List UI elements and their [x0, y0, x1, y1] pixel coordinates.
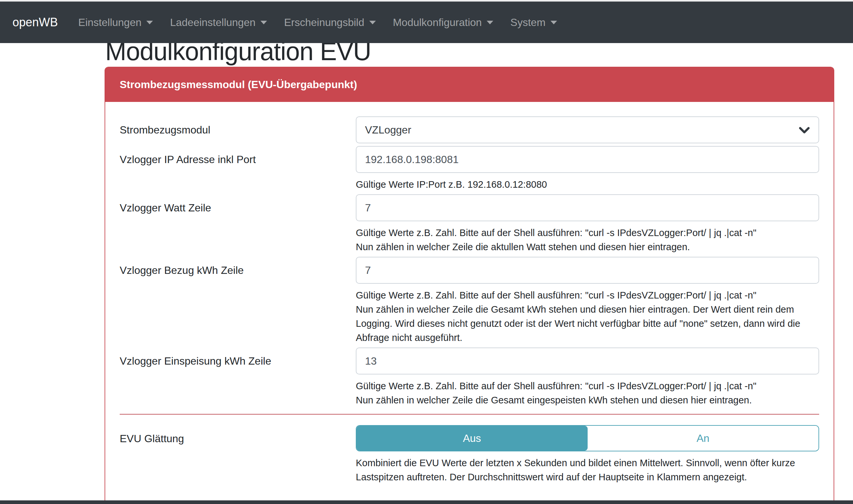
watt-zeile-input[interactable]	[356, 194, 819, 221]
row-watt-zeile: Vzlogger Watt Zeile Gültige Werte z.B. Z…	[120, 194, 819, 254]
chevron-down-icon	[487, 21, 493, 24]
card-header: Strombezugsmessmodul (EVU-Übergabepunkt)	[105, 67, 834, 102]
chevron-down-icon	[369, 21, 376, 24]
chevron-down-icon	[146, 21, 153, 24]
navbar: openWB Einstellungen Ladeeinstellungen E…	[0, 2, 853, 43]
field-label-einspeisung-kwh-zeile: Vzlogger Einspeisung kWh Zeile	[120, 347, 356, 375]
nav-item-label: Einstellungen	[78, 16, 141, 29]
evu-module-card: Strombezugsmessmodul (EVU-Übergabepunkt)…	[105, 67, 834, 504]
footer-bar	[0, 500, 853, 504]
bezug-kwh-zeile-input[interactable]	[356, 257, 819, 284]
nav-item-label: Erscheinungsbild	[284, 16, 365, 29]
nav-item-ladeeinstellungen[interactable]: Ladeeinstellungen	[170, 16, 267, 29]
help-text-evu-glaettung: Kombiniert die EVU Werte der letzten x S…	[356, 456, 819, 484]
evu-glaettung-toggle: Aus An	[356, 425, 819, 451]
row-evu-glaettung: EVU Glättung Aus An Kombiniert die EVU W…	[120, 425, 819, 484]
nav-item-label: Ladeeinstellungen	[170, 16, 255, 29]
card-header-title: Strombezugsmessmodul (EVU-Übergabepunkt)	[120, 78, 357, 91]
toggle-aus-button[interactable]: Aus	[356, 426, 588, 451]
help-text-watt: Gültige Werte z.B. Zahl. Bitte auf der S…	[356, 226, 819, 254]
help-text-einspeisung: Gültige Werte z.B. Zahl. Bitte auf der S…	[356, 379, 819, 407]
strombezugsmodul-select[interactable]: VZLogger	[356, 116, 819, 143]
row-bezug-kwh-zeile: Vzlogger Bezug kWh Zeile Gültige Werte z…	[120, 257, 819, 345]
row-ip-adresse: Vzlogger IP Adresse inkl Port Gültige We…	[120, 146, 819, 192]
section-divider	[120, 414, 819, 415]
field-label-watt-zeile: Vzlogger Watt Zeile	[120, 194, 356, 221]
nav-item-modulkonfiguration[interactable]: Modulkonfiguration	[393, 16, 493, 29]
ip-adresse-input[interactable]	[356, 146, 819, 173]
nav-menu: Einstellungen Ladeeinstellungen Erschein…	[78, 16, 574, 29]
row-einspeisung-kwh-zeile: Vzlogger Einspeisung kWh Zeile Gültige W…	[120, 347, 819, 407]
brand-logo[interactable]: openWB	[13, 15, 58, 29]
field-label-bezug-kwh-zeile: Vzlogger Bezug kWh Zeile	[120, 257, 356, 284]
help-text-bezug: Gültige Werte z.B. Zahl. Bitte auf der S…	[356, 288, 819, 345]
nav-item-erscheinungsbild[interactable]: Erscheinungsbild	[284, 16, 376, 29]
nav-item-system[interactable]: System	[510, 16, 557, 29]
chevron-down-icon	[550, 21, 557, 24]
field-label-ip-adresse: Vzlogger IP Adresse inkl Port	[120, 146, 356, 173]
chevron-down-icon	[261, 21, 267, 24]
card-body: Strombezugsmodul VZLogger Vzlogger IP Ad…	[105, 102, 834, 501]
field-label-evu-glaettung: EVU Glättung	[120, 425, 356, 452]
nav-item-einstellungen[interactable]: Einstellungen	[78, 16, 153, 29]
field-label-strombezugsmodul: Strombezugsmodul	[120, 116, 356, 143]
nav-item-label: Modulkonfiguration	[393, 16, 482, 29]
help-text-ip: Gültige Werte IP:Port z.B. 192.168.0.12:…	[356, 178, 819, 192]
einspeisung-kwh-zeile-input[interactable]	[356, 347, 819, 375]
nav-item-label: System	[510, 16, 546, 29]
row-strombezugsmodul: Strombezugsmodul VZLogger	[120, 116, 819, 143]
toggle-an-button[interactable]: An	[588, 426, 819, 451]
